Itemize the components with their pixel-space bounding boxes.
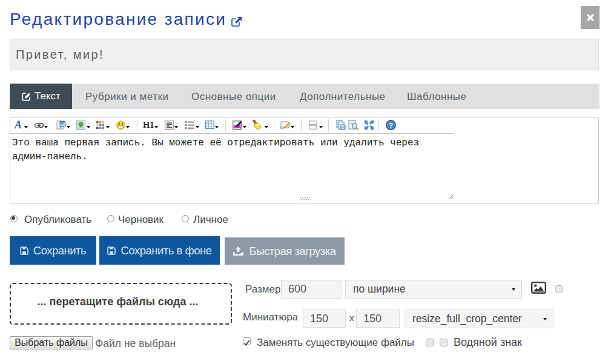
svg-text:?: ? [389, 122, 393, 129]
